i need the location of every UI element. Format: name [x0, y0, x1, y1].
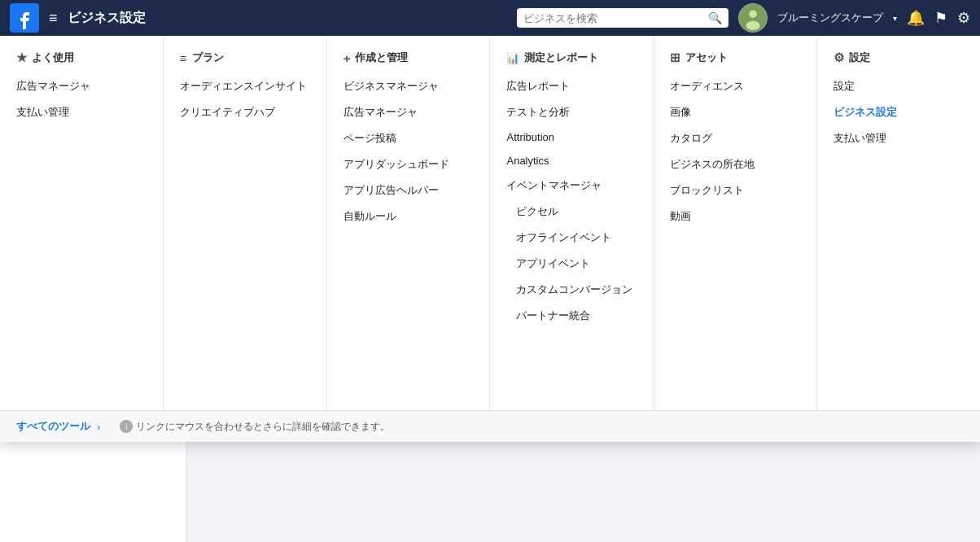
search-box: 🔍: [517, 8, 728, 28]
menu-col-assets-header: ⊞ アセット: [654, 46, 816, 73]
info-icon: i: [120, 420, 133, 433]
menu-item-analytics[interactable]: Analytics: [490, 149, 653, 173]
menu-item-ad-manager-2[interactable]: 広告マネージャ: [327, 99, 490, 125]
menu-item-blocklist[interactable]: ブロックリスト: [654, 177, 816, 203]
menu-item-images[interactable]: 画像: [654, 99, 816, 125]
menu-col-favorites: ★ よく使用 広告マネージャ 支払い管理: [0, 36, 164, 410]
notification-icon[interactable]: 🔔: [907, 9, 925, 27]
menu-columns: ★ よく使用 広告マネージャ 支払い管理 ≡ プラン オーディエンスインサイト …: [0, 36, 980, 411]
create-header-icon: +: [343, 51, 351, 65]
menu-col-measure-header: 📊 測定とレポート: [490, 46, 653, 73]
search-icon[interactable]: 🔍: [708, 11, 722, 24]
avatar[interactable]: [738, 3, 768, 33]
menu-col-assets: ⊞ アセット オーディエンス 画像 カタログ ビジネスの所在地 ブロックリスト …: [654, 36, 817, 410]
svg-point-3: [746, 21, 760, 30]
menu-col-create-header: + 作成と管理: [327, 46, 490, 73]
search-input[interactable]: [523, 12, 705, 24]
all-tools-arrow: ›: [97, 421, 100, 433]
menu-item-payment[interactable]: 支払い管理: [0, 99, 163, 125]
menu-col-favorites-header: ★ よく使用: [0, 46, 163, 73]
menu-item-audience[interactable]: オーディエンス: [654, 73, 816, 99]
menu-item-offline-events[interactable]: オフラインイベント: [490, 225, 653, 251]
menu-item-partner-integration[interactable]: パートナー統合: [490, 303, 653, 329]
flag-icon[interactable]: ⚑: [934, 9, 947, 27]
menu-item-business-settings[interactable]: ビジネス設定: [817, 99, 980, 125]
settings-header-icon: ⚙: [833, 50, 844, 65]
favorites-header-label: よく使用: [32, 50, 74, 65]
menu-col-plan: ≡ プラン オーディエンスインサイト クリエイティブハブ: [164, 36, 327, 410]
menu-item-test-analysis[interactable]: テストと分析: [490, 99, 653, 125]
menu-item-ad-reports[interactable]: 広告レポート: [490, 73, 653, 99]
measure-header-icon: 📊: [506, 52, 519, 64]
svg-point-2: [749, 11, 756, 18]
menu-item-catalog[interactable]: カタログ: [654, 125, 816, 151]
create-header-label: 作成と管理: [355, 50, 408, 65]
menu-item-pixel[interactable]: ピクセル: [490, 199, 653, 225]
menu-item-attribution[interactable]: Attribution: [490, 125, 653, 149]
plan-header-label: プラン: [192, 50, 224, 65]
top-nav: ≡ ビジネス設定 🔍 ブルーミングスケープ ▾ 🔔 ⚑ ⚙: [0, 0, 980, 36]
measure-header-label: 測定とレポート: [524, 50, 598, 65]
plan-header-icon: ≡: [180, 51, 187, 65]
menu-item-payment-settings[interactable]: 支払い管理: [817, 125, 980, 151]
all-tools-link[interactable]: すべてのツール: [16, 419, 90, 434]
menu-item-business-location[interactable]: ビジネスの所在地: [654, 151, 816, 177]
settings-icon[interactable]: ⚙: [957, 9, 970, 27]
menu-col-measure: 📊 測定とレポート 広告レポート テストと分析 Attribution Anal…: [490, 36, 654, 410]
fb-logo[interactable]: [10, 3, 39, 33]
menu-item-page-posts[interactable]: ページ投稿: [327, 125, 490, 151]
menu-item-app-events[interactable]: アプリイベント: [490, 251, 653, 277]
menu-item-ad-manager[interactable]: 広告マネージャ: [0, 73, 163, 99]
menu-item-custom-conversions[interactable]: カスタムコンバージョン: [490, 277, 653, 303]
menu-col-settings: ⚙ 設定 設定 ビジネス設定 支払い管理: [817, 36, 980, 410]
menu-item-business-manager[interactable]: ビジネスマネージャ: [327, 73, 490, 99]
menu-col-settings-header: ⚙ 設定: [817, 46, 980, 73]
assets-header-label: アセット: [685, 50, 728, 65]
menu-col-plan-header: ≡ プラン: [164, 46, 326, 73]
user-name[interactable]: ブルーミングスケープ: [777, 11, 883, 25]
menu-item-app-dashboard[interactable]: アプリダッシュボード: [327, 151, 490, 177]
nav-right: ブルーミングスケープ ▾ 🔔 ⚑ ⚙: [738, 3, 970, 33]
menu-footer: すべてのツール › i リンクにマウスを合わせるとさらに詳細を確認できます。: [0, 411, 980, 442]
user-caret-icon[interactable]: ▾: [893, 14, 897, 23]
favorites-header-icon: ★: [16, 50, 27, 65]
menu-item-app-ads-helper[interactable]: アプリ広告ヘルパー: [327, 177, 490, 203]
menu-item-auto-rules[interactable]: 自動ルール: [327, 203, 490, 229]
hamburger-icon[interactable]: ≡: [46, 7, 61, 30]
menu-item-audience-insights[interactable]: オーディエンスインサイト: [164, 73, 326, 99]
dropdown-menu: ★ よく使用 広告マネージャ 支払い管理 ≡ プラン オーディエンスインサイト …: [0, 36, 980, 442]
menu-item-creative-hub[interactable]: クリエイティブハブ: [164, 99, 326, 125]
page-title: ビジネス設定: [68, 10, 146, 27]
menu-col-create: + 作成と管理 ビジネスマネージャ 広告マネージャ ページ投稿 アプリダッシュボ…: [327, 36, 491, 410]
assets-header-icon: ⊞: [670, 50, 680, 65]
menu-item-events-manager[interactable]: イベントマネージャ: [490, 173, 653, 199]
footer-info-text: リンクにマウスを合わせるとさらに詳細を確認できます。: [136, 420, 390, 434]
menu-item-video[interactable]: 動画: [654, 203, 816, 229]
menu-item-settings[interactable]: 設定: [817, 73, 980, 99]
footer-info: i リンクにマウスを合わせるとさらに詳細を確認できます。: [120, 420, 390, 434]
settings-header-label: 設定: [849, 50, 870, 65]
